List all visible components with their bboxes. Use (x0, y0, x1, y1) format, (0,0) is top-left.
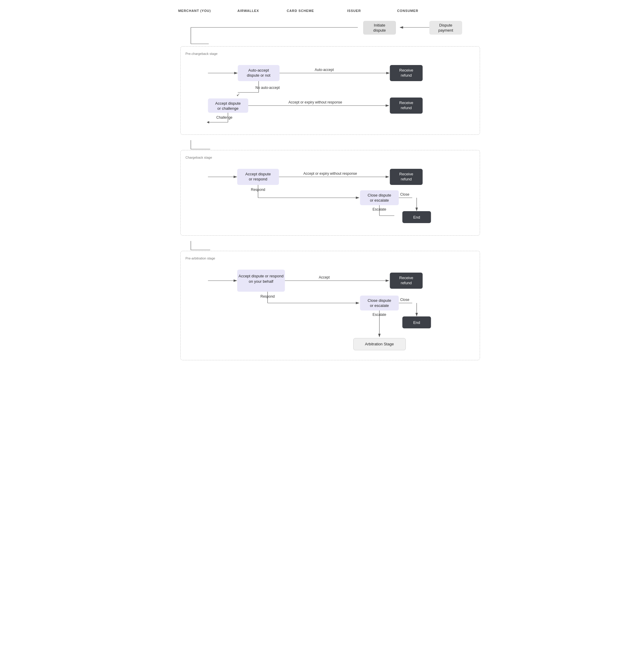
svg-rect-56 (360, 190, 399, 205)
svg-text:Receive: Receive (399, 68, 413, 72)
svg-text:Receive: Receive (399, 100, 413, 105)
svg-text:Auto-accept: Auto-accept (315, 68, 334, 72)
column-headers: MERCHANT (YOU) AIRWALLEX CARD SCHEME ISS… (164, 9, 480, 13)
svg-text:refund: refund (401, 106, 412, 110)
svg-marker-76 (386, 279, 389, 282)
svg-text:Close: Close (400, 298, 409, 302)
svg-text:Close dispute: Close dispute (368, 298, 391, 303)
svg-text:Receive: Receive (399, 172, 413, 176)
chargeback-stage: Chargeback stage Accept dispute or respo… (180, 150, 480, 236)
svg-marker-71 (234, 279, 237, 282)
pre-arbitration-stage: Pre-arbitration stage Accept dispute or … (180, 251, 480, 360)
svg-text:or respond: or respond (249, 177, 267, 181)
svg-rect-85 (360, 296, 399, 311)
svg-text:Receive: Receive (399, 276, 413, 280)
connector-2-svg (164, 241, 480, 250)
svg-marker-62 (416, 208, 418, 211)
svg-text:or escalate: or escalate (370, 303, 389, 308)
pre-arbitration-svg: Accept dispute or respond on your behalf… (185, 264, 475, 354)
pre-chargeback-stage: Pre-chargeback stage Auto-accept dispute… (180, 46, 480, 135)
svg-marker-2 (399, 26, 403, 29)
pre-chargeback-svg: Auto-accept dispute or not Auto-accept R… (185, 60, 475, 128)
svg-text:Challenge: Challenge (216, 115, 232, 120)
diagram-container: MERCHANT (YOU) AIRWALLEX CARD SCHEME ISS… (164, 9, 480, 360)
col-cardscheme: CARD SCHEME (274, 9, 326, 13)
svg-text:↙: ↙ (236, 92, 240, 97)
svg-marker-47 (386, 176, 389, 178)
col-issuer: ISSUER (326, 9, 382, 13)
svg-marker-12 (234, 72, 238, 74)
svg-marker-38 (207, 121, 209, 123)
svg-marker-91 (416, 313, 418, 316)
svg-marker-96 (378, 334, 381, 337)
svg-text:on your behalf: on your behalf (249, 279, 273, 283)
svg-marker-30 (386, 105, 389, 107)
top-flow-svg: Initiate dispute Dispute payment (164, 19, 480, 45)
connector-1-svg (164, 140, 480, 149)
svg-text:Initiate: Initiate (374, 23, 385, 27)
pre-arbitration-label: Pre-arbitration stage (185, 256, 475, 260)
svg-text:dispute: dispute (373, 28, 386, 32)
svg-text:Close dispute: Close dispute (368, 193, 391, 198)
svg-text:dispute or not: dispute or not (247, 73, 271, 77)
col-merchant: MERCHANT (YOU) (167, 9, 222, 13)
col-airwallex: AIRWALLEX (222, 9, 274, 13)
pre-chargeback-label: Pre-chargeback stage (185, 52, 475, 55)
svg-text:Accept dispute or respond: Accept dispute or respond (238, 274, 283, 278)
svg-text:Accept: Accept (319, 275, 330, 279)
svg-text:Auto-accept: Auto-accept (248, 68, 269, 72)
svg-marker-17 (386, 72, 390, 74)
svg-text:or challenge: or challenge (217, 106, 238, 111)
svg-text:No auto-accept: No auto-accept (255, 86, 280, 90)
svg-text:Dispute: Dispute (439, 23, 452, 27)
svg-text:refund: refund (401, 73, 412, 77)
svg-text:refund: refund (401, 281, 412, 285)
svg-text:End: End (413, 320, 420, 325)
svg-text:Accept or expiry without respo: Accept or expiry without response (288, 100, 342, 105)
chargeback-svg: Accept dispute or respond Accept or expi… (185, 163, 475, 229)
svg-text:End: End (413, 215, 420, 220)
svg-text:payment: payment (438, 28, 453, 32)
col-consumer: CONSUMER (382, 9, 434, 13)
svg-text:Accept or expiry without respo: Accept or expiry without response (303, 172, 357, 176)
svg-marker-55 (356, 197, 360, 199)
svg-text:Arbitration Stage: Arbitration Stage (365, 342, 394, 346)
svg-text:or escalate: or escalate (370, 198, 389, 203)
svg-text:Accept dispute: Accept dispute (245, 172, 271, 176)
svg-marker-84 (356, 302, 360, 304)
chargeback-label: Chargeback stage (185, 156, 475, 159)
svg-marker-42 (234, 176, 237, 178)
svg-text:Accept dispute: Accept dispute (215, 101, 240, 106)
svg-text:refund: refund (401, 177, 412, 181)
svg-text:Close: Close (400, 192, 409, 197)
